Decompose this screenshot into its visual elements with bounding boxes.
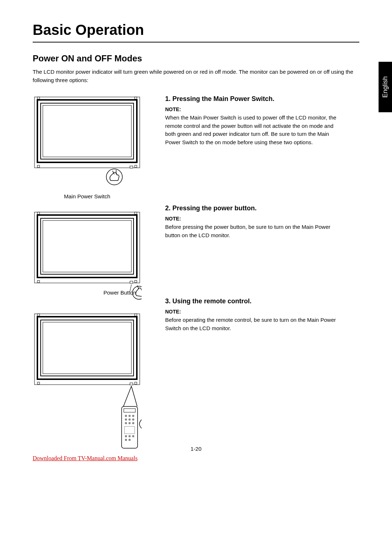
svg-rect-29 [135,314,137,316]
language-tab: English [379,62,392,112]
step-2-note-text: Before pressing the power button, be sur… [165,223,341,239]
steps-column: 1. Pressing the Main Power Switch. NOTE:… [165,95,359,461]
intro-text: The LCD monitor power indicator will tur… [33,68,359,84]
svg-rect-4 [37,97,40,99]
svg-rect-3 [43,105,131,157]
svg-rect-26 [41,320,134,376]
svg-rect-28 [37,314,40,316]
two-column-layout: Main Power Switch Power Button [33,95,359,461]
svg-rect-35 [122,406,138,448]
svg-point-50 [125,439,127,441]
figure-caption-power-button-text: Power Button [103,289,136,296]
step-2-note-label: NOTE: [165,216,341,222]
svg-point-45 [132,422,134,424]
svg-rect-14 [41,218,134,274]
svg-point-42 [132,418,134,421]
step-2: 2. Pressing the power button. NOTE: Befo… [165,204,341,239]
step-3-note-text: Before operating the remote control, be … [165,316,341,332]
monitor-main-power-icon [33,95,142,193]
step-3-note-label: NOTE: [165,309,341,315]
title-divider [33,42,359,42]
svg-rect-24 [34,314,140,385]
svg-rect-20 [130,281,133,283]
svg-rect-13 [37,215,137,278]
svg-point-41 [128,418,131,421]
step-2-heading: 2. Pressing the power button. [165,204,341,212]
step-1: 1. Pressing the Main Power Switch. NOTE:… [165,95,341,146]
step-1-note-label: NOTE: [165,106,341,112]
svg-rect-6 [37,165,40,167]
svg-point-37 [125,415,127,417]
svg-rect-16 [37,212,40,214]
figure-caption-main-power: Main Power Switch [33,193,142,199]
step-3: 3. Using the remote control. NOTE: Befor… [165,297,341,332]
svg-rect-19 [135,280,137,283]
svg-point-43 [125,422,127,424]
figure-power-button: Power Button [33,210,142,301]
svg-rect-0 [34,97,140,168]
figure-remote-control [33,312,142,450]
svg-point-39 [132,415,134,417]
svg-rect-31 [135,382,137,384]
svg-line-33 [123,386,131,406]
svg-rect-25 [37,317,137,379]
svg-point-48 [128,435,131,437]
svg-rect-30 [37,382,40,384]
figure-main-power-switch: Main Power Switch [33,95,142,199]
svg-rect-12 [34,212,140,283]
page-title: Basic Operation [33,22,359,38]
svg-point-38 [128,415,131,417]
manual-page: Basic Operation English Power ON and OFF… [0,0,392,475]
svg-rect-15 [43,220,131,272]
svg-rect-2 [41,103,134,159]
download-source-link[interactable]: Downloaded From TV-Manual.com Manuals [33,455,138,462]
svg-rect-1 [37,100,137,162]
figures-column: Main Power Switch Power Button [33,95,142,461]
svg-point-47 [125,435,127,437]
step-3-heading: 3. Using the remote control. [165,297,341,305]
svg-rect-18 [37,280,40,283]
svg-rect-7 [135,165,137,167]
svg-rect-5 [135,97,137,99]
monitor-power-button-icon: Power Button [33,210,142,301]
svg-rect-27 [43,322,131,374]
svg-rect-8 [130,166,133,168]
step-1-note-text: When the Main Power Switch is used to po… [165,114,341,146]
svg-rect-17 [135,212,137,214]
section-heading: Power ON and OFF Modes [33,53,359,64]
svg-point-51 [128,439,131,441]
monitor-remote-icon [33,312,142,450]
page-number: 1-20 [0,446,392,452]
step-1-heading: 1. Pressing the Main Power Switch. [165,95,341,103]
svg-point-44 [128,422,131,424]
svg-rect-32 [130,383,133,385]
svg-point-40 [125,418,127,421]
svg-point-49 [132,435,134,437]
svg-line-34 [131,386,137,406]
